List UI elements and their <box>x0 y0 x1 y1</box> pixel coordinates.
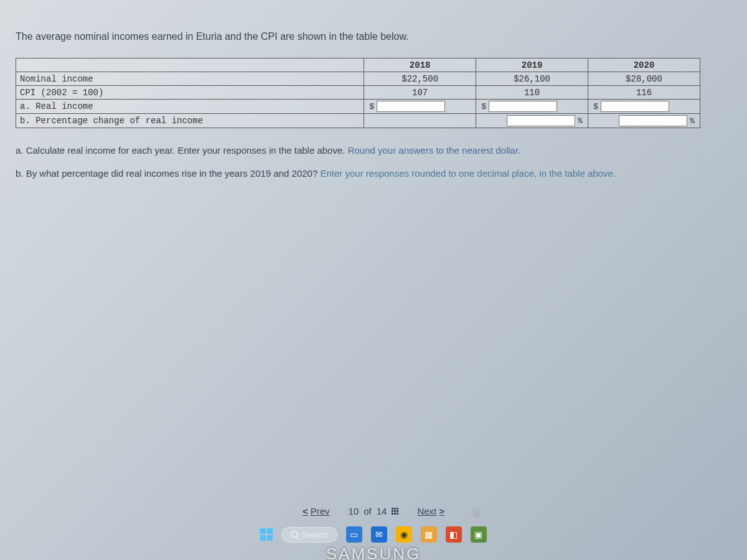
chevron-left-icon: < <box>303 506 308 516</box>
taskbar-app-icon[interactable]: ▭ <box>346 526 362 543</box>
percent-suffix: % <box>576 116 584 126</box>
monitor-bezel-brand: SAMSUNG <box>0 544 747 560</box>
col-2020: 2020 <box>588 58 700 72</box>
row-real-income-label: a. Real income <box>16 100 364 114</box>
taskbar-app-icon[interactable]: ◉ <box>396 526 412 543</box>
real-income-2018-input[interactable] <box>377 101 445 112</box>
pct-2018-empty <box>364 114 476 128</box>
question-a-text: a. Calculate real income for each year. … <box>16 145 348 156</box>
windows-start-icon[interactable] <box>260 528 273 541</box>
question-b: b. By what percentage did real incomes r… <box>16 167 731 181</box>
real-income-2019-input[interactable] <box>489 101 557 112</box>
next-label: Next <box>417 506 436 516</box>
question-b-hint: Enter your responses rounded to one deci… <box>320 168 615 179</box>
data-table: 2018 2019 2020 Nominal income $22,500 $2… <box>16 58 700 128</box>
page-indicator: 10 of 14 <box>349 506 399 516</box>
cpi-2018: 107 <box>364 86 476 100</box>
next-button[interactable]: Next > <box>417 506 444 516</box>
taskbar-app-icon[interactable]: ▣ <box>471 526 487 543</box>
page-of: of <box>364 506 372 516</box>
taskbar-search-placeholder: Search <box>302 530 327 539</box>
taskbar-search[interactable]: Search <box>281 527 337 543</box>
blank-header <box>16 58 364 72</box>
nominal-2019: $26,100 <box>476 72 588 86</box>
taskbar-app-icon[interactable]: ✉ <box>371 526 387 543</box>
page-total: 14 <box>377 506 387 516</box>
col-2018: 2018 <box>364 58 476 72</box>
cpi-2019: 110 <box>476 86 588 100</box>
row-pct-change-label: b. Percentage change of real income <box>16 114 364 128</box>
question-nav: < Prev 10 of 14 Next > <box>0 506 747 516</box>
intro-text: The average nominal incomes earned in Et… <box>16 31 731 42</box>
windows-taskbar: Search ▭ ✉ ◉ ▦ ◧ ▣ <box>0 521 747 548</box>
cpi-2020: 116 <box>588 86 700 100</box>
col-2019: 2019 <box>476 58 588 72</box>
real-income-2020-input[interactable] <box>601 101 669 112</box>
chevron-right-icon: > <box>439 506 444 516</box>
dollar-prefix: $ <box>368 102 375 111</box>
percent-suffix: % <box>688 116 696 126</box>
question-a: a. Calculate real income for each year. … <box>16 144 731 158</box>
row-nominal-income-label: Nominal income <box>16 72 364 86</box>
page-current: 10 <box>349 506 359 516</box>
nominal-2018: $22,500 <box>364 72 476 86</box>
dollar-prefix: $ <box>592 102 599 111</box>
pct-change-2019-input[interactable] <box>507 115 575 126</box>
taskbar-app-icon[interactable]: ◧ <box>446 526 462 543</box>
dollar-prefix: $ <box>480 102 487 111</box>
pct-change-2020-input[interactable] <box>619 115 687 126</box>
question-b-text: b. By what percentage did real incomes r… <box>16 168 320 179</box>
grid-icon[interactable] <box>392 508 398 515</box>
prev-button[interactable]: < Prev <box>303 506 330 516</box>
nominal-2020: $28,000 <box>588 72 700 86</box>
question-a-hint: Round your answers to the nearest dollar… <box>348 145 521 156</box>
row-cpi-label: CPI (2002 = 100) <box>16 86 364 100</box>
prev-label: Prev <box>311 506 330 516</box>
taskbar-app-icon[interactable]: ▦ <box>421 526 437 543</box>
search-icon <box>291 531 298 538</box>
